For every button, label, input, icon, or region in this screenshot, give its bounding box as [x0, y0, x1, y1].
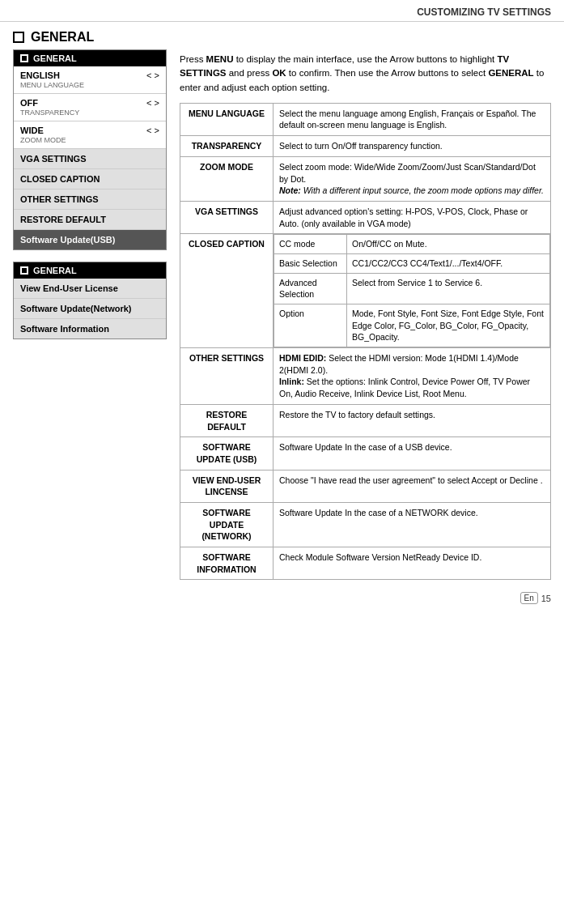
cc-sub-row-advanced: Advanced Selection Select from Service 1…	[274, 273, 550, 304]
menu-box-1-title: GENERAL	[33, 53, 77, 63]
val-zoom-mode: Select zoom mode: Wide/Wide Zoom/Zoom/Ju…	[274, 156, 551, 201]
val-software-information: Check Module Software Version NetReady D…	[274, 547, 551, 580]
cc-sub-key-mode: CC mode	[274, 235, 347, 254]
settings-table: MENU LANGUAGE Select the menu language a…	[180, 103, 551, 581]
page-number: 15	[541, 594, 551, 603]
val-menu-language: Select the menu language among English, …	[274, 103, 551, 135]
key-software-information: SOFTWARE INFORMATION	[180, 547, 274, 580]
menu-box-1-header: GENERAL	[14, 50, 166, 66]
cc-sub-val-basic: CC1/CC2/CC3 CC4/Text1/.../Text4/OFF.	[347, 253, 550, 273]
menu-item-wide-label: WIDE	[20, 126, 66, 135]
val-transparency: Select to turn On/Off transparency funct…	[274, 136, 551, 157]
row-software-update-network: SOFTWARE UPDATE (NETWORK) Software Updat…	[180, 502, 551, 547]
key-restore-default: RESTORE DEFAULT	[180, 404, 274, 436]
menu-item-software-update-network[interactable]: Software Update(Network)	[14, 299, 166, 319]
key-software-update-network: SOFTWARE UPDATE (NETWORK)	[180, 502, 274, 547]
row-transparency: TRANSPARENCY Select to turn On/Off trans…	[180, 136, 551, 157]
val-software-update-usb: Software Update In the case of a USB dev…	[274, 437, 551, 470]
cc-sub-key-advanced: Advanced Selection	[274, 273, 347, 304]
menu-box-2-icon	[20, 266, 28, 275]
key-other-settings: OTHER SETTINGS	[180, 348, 274, 405]
cc-sub-val-option: Mode, Font Style, Font Size, Font Edge S…	[347, 304, 550, 347]
menu-item-english-arrows: < >	[146, 70, 159, 80]
menu-item-wide[interactable]: WIDE ZOOM MODE < >	[14, 121, 166, 149]
val-vga-settings: Adjust advanced option's setting: H-POS,…	[274, 201, 551, 233]
cc-sub-row-option: Option Mode, Font Style, Font Size, Font…	[274, 304, 550, 347]
cc-sub-val-mode: On/Off/CC on Mute.	[347, 235, 550, 254]
row-restore-default: RESTORE DEFAULT Restore the TV to factor…	[180, 404, 551, 436]
cc-sub-row-basic: Basic Selection CC1/CC2/CC3 CC4/Text1/..…	[274, 253, 550, 273]
key-zoom-mode: ZOOM MODE	[180, 156, 274, 201]
row-other-settings: OTHER SETTINGS HDMI EDID: Select the HDM…	[180, 348, 551, 405]
val-other-settings: HDMI EDID: Select the HDMI version: Mode…	[274, 348, 551, 405]
menu-item-off[interactable]: OFF TRANSPARENCY < >	[14, 94, 166, 121]
left-panel: GENERAL ENGLISH MENU LANGUAGE < > OFF TR…	[13, 49, 167, 580]
right-text: Press MENU to display the main interface…	[180, 49, 551, 580]
menu-item-off-label: OFF	[20, 98, 79, 108]
key-transparency: TRANSPARENCY	[180, 136, 274, 157]
val-view-end-user-license: Choose "I have read the user agreement" …	[274, 470, 551, 502]
val-software-update-network: Software Update In the case of a NETWORK…	[274, 502, 551, 547]
row-closed-caption: CLOSED CAPTION CC mode On/Off/CC on Mute…	[180, 234, 551, 348]
menu-item-vga[interactable]: VGA SETTINGS	[14, 149, 166, 169]
menu-item-off-sub: TRANSPARENCY	[20, 109, 79, 117]
page-header: CUSTOMIZING TV SETTINGS	[0, 0, 564, 22]
cc-sub-key-option: Option	[274, 304, 347, 347]
section-icon	[13, 32, 24, 43]
menu-box-2-title: GENERAL	[33, 266, 77, 275]
row-view-end-user-license: VIEW END-USER LINCENSE Choose "I have re…	[180, 470, 551, 502]
menu-item-restore-default[interactable]: RESTORE DEFAULT	[14, 210, 166, 230]
key-menu-language: MENU LANGUAGE	[180, 103, 274, 135]
menu-item-software-update-usb[interactable]: Software Update(USB)	[14, 230, 166, 249]
section-title-text: GENERAL	[31, 30, 94, 45]
row-vga-settings: VGA SETTINGS Adjust advanced option's se…	[180, 201, 551, 233]
menu-item-other-settings[interactable]: OTHER SETTINGS	[14, 189, 166, 210]
page-footer: En 15	[520, 592, 551, 604]
cc-sub-row-mode: CC mode On/Off/CC on Mute.	[274, 235, 550, 254]
val-restore-default: Restore the TV to factory default settin…	[274, 404, 551, 436]
key-view-end-user-license: VIEW END-USER LINCENSE	[180, 470, 274, 502]
row-software-update-usb: SOFTWARE UPDATE (USB) Software Update In…	[180, 437, 551, 470]
menu-box-2-header: GENERAL	[14, 262, 166, 279]
key-vga-settings: VGA SETTINGS	[180, 201, 274, 233]
menu-item-view-license[interactable]: View End-User License	[14, 279, 166, 299]
main-content: GENERAL ENGLISH MENU LANGUAGE < > OFF TR…	[0, 49, 564, 580]
menu-box-icon	[20, 54, 28, 62]
section-title: GENERAL	[0, 22, 564, 49]
intro-text: Press MENU to display the main interface…	[180, 53, 551, 95]
menu-item-wide-arrows: < >	[146, 126, 159, 135]
row-menu-language: MENU LANGUAGE Select the menu language a…	[180, 103, 551, 135]
key-closed-caption: CLOSED CAPTION	[180, 234, 274, 348]
menu-item-wide-sub: ZOOM MODE	[20, 136, 66, 144]
menu-item-off-arrows: < >	[146, 98, 159, 108]
menu-box-2: GENERAL View End-User License Software U…	[13, 262, 167, 339]
menu-item-closed-caption[interactable]: CLOSED CAPTION	[14, 169, 166, 189]
menu-item-english-sub: MENU LANGUAGE	[20, 81, 84, 89]
lang-badge: En	[520, 592, 538, 604]
cc-sub-key-basic: Basic Selection	[274, 253, 347, 273]
row-software-information: SOFTWARE INFORMATION Check Module Softwa…	[180, 547, 551, 580]
menu-item-software-information[interactable]: Software Information	[14, 319, 166, 339]
menu-item-english[interactable]: ENGLISH MENU LANGUAGE < >	[14, 66, 166, 94]
key-software-update-usb: SOFTWARE UPDATE (USB)	[180, 437, 274, 470]
row-zoom-mode: ZOOM MODE Select zoom mode: Wide/Wide Zo…	[180, 156, 551, 201]
menu-box-1: GENERAL ENGLISH MENU LANGUAGE < > OFF TR…	[13, 49, 167, 250]
val-closed-caption: CC mode On/Off/CC on Mute. Basic Selecti…	[274, 234, 551, 348]
cc-sub-val-advanced: Select from Service 1 to Service 6.	[347, 273, 550, 304]
menu-item-english-label: ENGLISH	[20, 70, 84, 80]
